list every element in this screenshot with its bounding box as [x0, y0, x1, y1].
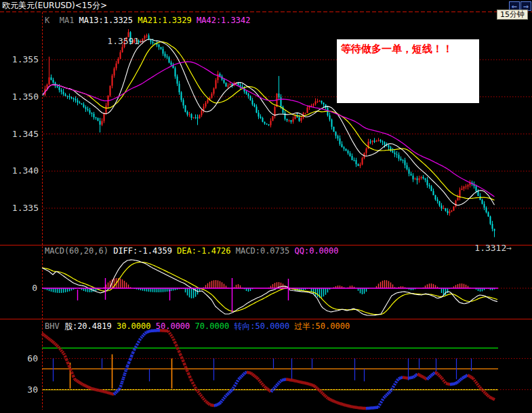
title-bar: 欧元美元(EURUSD)<15分>: [0, 0, 532, 12]
legend-item: BHV: [45, 321, 64, 331]
legend-item: MACD:0.0735: [236, 246, 295, 256]
macd-legend: MACD(60,20,6) DIFF:-1.4359 DEA:-1.4726 M…: [45, 247, 339, 256]
legend-item: 30.0000: [117, 321, 156, 331]
right-arrow-icon: →: [506, 243, 512, 253]
legend-item: QQ:0.0000: [294, 246, 338, 256]
legend-item: MA1: [60, 16, 79, 25]
bhv-axis-label: 60: [27, 353, 38, 363]
price-legend: K MA1 MA13:1.3325 MA21:1.3329 MA42:1.334…: [45, 16, 250, 25]
bhv-chart[interactable]: 6030: [27, 330, 532, 408]
timeframe-badge[interactable]: 15分钟: [497, 9, 528, 20]
legend-item: 70.0000: [195, 321, 234, 331]
macd-chart[interactable]: 0: [32, 260, 532, 315]
bhv-legend: BHV 股:20.4819 30.0000 50.0000 70.0000 转向…: [45, 322, 350, 331]
legend-item: DIFF:-1.4359: [113, 246, 177, 256]
legend-item: MACD(60,20,6): [45, 246, 113, 256]
right-arrow-icon: →: [139, 36, 144, 46]
legend-item: 转向:50.0000: [234, 321, 294, 331]
legend-item: 股:20.4819: [64, 321, 117, 331]
legend-item: MA21:1.3329: [138, 16, 197, 25]
price-axis-label: 1.355: [12, 54, 39, 64]
legend-item: 50.0000: [156, 321, 195, 331]
annotation-box: 等待做多一单，短线！！: [337, 39, 479, 103]
macd-zero-label: 0: [32, 283, 37, 293]
price-axis-label: 1.350: [12, 92, 39, 102]
legend-item: MA42:1.3342: [197, 16, 250, 25]
arrow-left-icon: ⇐: [512, 3, 517, 10]
high-price-label: 1.3591→: [86, 26, 144, 56]
arrow-right-icon: ⇒: [523, 3, 529, 10]
annotation-text: 等待做多一单，短线！！: [341, 43, 453, 55]
legend-item: K: [45, 16, 60, 25]
legend-item: MA13:1.3325: [79, 16, 138, 25]
low-price-label: 1.3312→: [453, 233, 512, 263]
price-axis-label: 1.335: [12, 203, 39, 213]
price-axis-label: 1.345: [12, 129, 39, 139]
trading-app-window: 1.3551.3501.3451.3401.33506030 欧元美元(EURU…: [0, 0, 532, 413]
legend-item: DEA:-1.4726: [177, 246, 236, 256]
legend-item: 过半:50.0000: [294, 321, 350, 331]
page-title: 欧元美元(EURUSD)<15分>: [2, 1, 107, 10]
bhv-axis-label: 30: [27, 385, 38, 395]
price-axis-label: 1.340: [12, 165, 39, 176]
